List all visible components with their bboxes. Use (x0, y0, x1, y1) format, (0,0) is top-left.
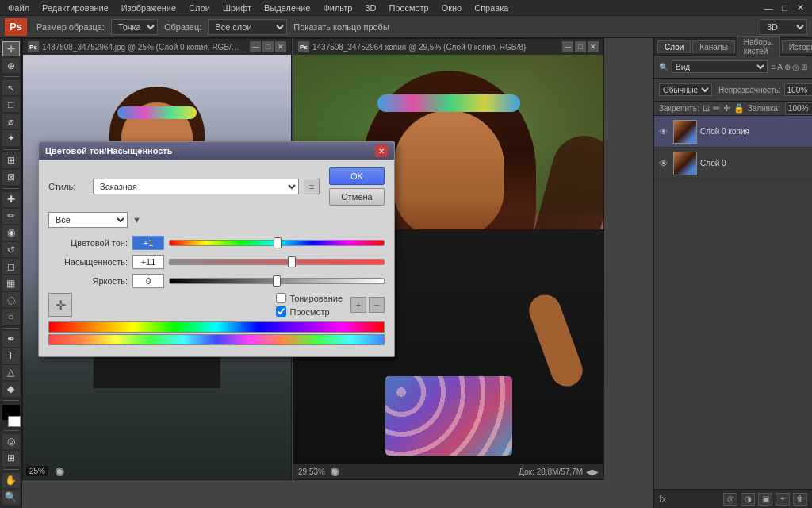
tab-history[interactable]: История (782, 40, 812, 53)
subtract-tool[interactable]: − (369, 297, 385, 313)
mode-3d-select[interactable]: 3D (760, 19, 807, 35)
menu-3d[interactable]: 3D (362, 3, 379, 13)
layer-item-0-copy[interactable]: 👁 Слой 0 копия (654, 116, 812, 148)
tool-eraser[interactable]: ◻ (2, 259, 20, 274)
sat-thumb[interactable] (288, 256, 296, 267)
menu-window[interactable]: Окно (439, 3, 465, 13)
hue-value[interactable] (132, 236, 164, 250)
tool-shape[interactable]: ◆ (2, 382, 20, 397)
light-value[interactable] (132, 274, 164, 288)
tool-magic-wand[interactable]: ✦ (2, 130, 20, 145)
lock-transparent-icon[interactable]: ⊡ (703, 103, 710, 114)
tool-text[interactable]: T (2, 348, 20, 364)
close-btn[interactable]: ✕ (794, 2, 807, 13)
add-mask-btn[interactable]: ◎ (723, 493, 737, 506)
tool-crop[interactable]: ⊞ (2, 152, 20, 167)
cancel-button[interactable]: Отмена (329, 188, 385, 206)
hue-saturation-dialog[interactable]: Цветовой тон/Насыщенность ✕ Стиль: Заказ… (38, 141, 395, 357)
layers-footer: fx ◎ ◑ ▣ + 🗑 (654, 489, 812, 508)
menu-layers[interactable]: Слои (186, 3, 213, 13)
menu-edit[interactable]: Редактирование (39, 3, 112, 13)
doc-right-nav[interactable]: ◀▶ (586, 468, 599, 476)
add-group-btn[interactable]: ▣ (758, 493, 772, 506)
doc-left-maximize[interactable]: □ (262, 41, 274, 52)
minimize-btn[interactable]: — (760, 3, 776, 13)
delete-layer-btn[interactable]: 🗑 (793, 493, 807, 506)
opacity-input[interactable] (784, 83, 812, 96)
menu-help[interactable]: Справка (471, 3, 511, 13)
menu-file[interactable]: Файл (5, 3, 33, 13)
lock-pixels-icon[interactable]: ✏ (713, 103, 720, 114)
style-select[interactable]: Заказная (93, 179, 299, 194)
tool-heal[interactable]: ✚ (2, 192, 20, 207)
add-adjustment-btn[interactable]: ◑ (741, 493, 755, 506)
colorize-checkbox[interactable] (276, 293, 286, 303)
doc-left-minimize[interactable]: — (250, 41, 261, 52)
light-thumb[interactable] (273, 275, 281, 287)
tool-slice[interactable]: ⊠ (2, 170, 20, 185)
maximize-btn[interactable]: □ (779, 3, 791, 13)
layer-0-visibility[interactable]: 👁 (657, 157, 670, 170)
icon-kind[interactable]: ≡ (771, 63, 776, 71)
tab-channels[interactable]: Каналы (692, 40, 735, 53)
size-select[interactable]: Точка (111, 19, 158, 35)
add-tool[interactable]: + (350, 297, 366, 313)
background-color[interactable] (8, 416, 21, 427)
doc-right-close[interactable]: ✕ (588, 41, 599, 52)
tool-dodge[interactable]: ○ (2, 309, 20, 324)
tool-marquee[interactable]: □ (2, 97, 20, 112)
sample-select[interactable]: Все слои (208, 19, 287, 35)
blend-mode-select[interactable]: Обычные (659, 83, 712, 96)
sat-value[interactable] (132, 255, 164, 269)
hue-thumb[interactable] (274, 237, 282, 248)
doc-right-maximize[interactable]: □ (575, 41, 586, 52)
doc-right-minimize[interactable]: — (562, 41, 573, 52)
menu-view[interactable]: Просмотр (385, 3, 431, 13)
icon-color[interactable]: A (777, 63, 783, 71)
tool-path[interactable]: △ (2, 365, 20, 380)
tool-pen[interactable]: ✒ (2, 331, 20, 346)
ok-button[interactable]: OK (329, 167, 385, 185)
eyedropper-tool[interactable]: ✛ (48, 293, 72, 317)
tool-move[interactable]: ↖ (2, 80, 20, 95)
tool-zoom[interactable]: 🔍 (2, 490, 20, 505)
tool-color-sampler[interactable]: ⊕ (2, 58, 20, 73)
tool-mask[interactable]: ◎ (2, 434, 20, 449)
layer-item-0[interactable]: 👁 Слой 0 (654, 148, 812, 179)
tab-layers[interactable]: Слои (657, 40, 691, 53)
lock-position-icon[interactable]: ✛ (723, 103, 730, 114)
layer-0-copy-visibility[interactable]: 👁 (657, 125, 670, 138)
hue-slider-track[interactable] (169, 238, 385, 248)
menu-filter[interactable]: Фильтр (320, 3, 355, 13)
channel-select[interactable]: Все Красные Жёлтые Зелёные Голубые Синие… (48, 212, 128, 228)
tool-brush[interactable]: ✏ (2, 209, 20, 224)
colorize-check[interactable]: Тонирование (276, 293, 343, 303)
tool-eyedropper[interactable]: ✛ (2, 41, 20, 56)
tool-gradient[interactable]: ▦ (2, 275, 20, 291)
doc-left-close[interactable]: ✕ (275, 41, 286, 52)
tool-screen[interactable]: ⊞ (2, 451, 20, 466)
toggle-filter[interactable]: ⊞ (801, 63, 807, 71)
menu-select[interactable]: Выделение (261, 3, 313, 13)
icon-type[interactable]: ⊕ (784, 63, 791, 71)
tab-brushes[interactable]: Наборы кистей (737, 36, 780, 57)
tool-history-brush[interactable]: ↺ (2, 242, 20, 257)
preview-checkbox[interactable] (276, 306, 286, 317)
tool-hand[interactable]: ✋ (2, 473, 20, 488)
menu-font[interactable]: Шрифт (220, 3, 255, 13)
tool-blur[interactable]: ◌ (2, 292, 20, 307)
lock-all-icon[interactable]: 🔒 (733, 103, 745, 114)
tool-stamp[interactable]: ◉ (2, 225, 20, 241)
add-layer-btn[interactable]: + (776, 493, 790, 506)
dialog-close-btn[interactable]: ✕ (375, 144, 388, 157)
sat-slider-track[interactable] (169, 257, 385, 267)
fx-btn[interactable]: fx (659, 494, 666, 505)
preset-btn[interactable]: ≡ (304, 179, 320, 194)
layer-filter-select[interactable]: Вид (672, 60, 768, 73)
icon-layer-select[interactable]: ◎ (792, 63, 799, 71)
light-slider-track[interactable] (169, 276, 385, 286)
tool-lasso[interactable]: ⌀ (2, 114, 20, 129)
fill-input[interactable] (785, 102, 812, 115)
menu-image[interactable]: Изображение (118, 3, 179, 13)
preview-check[interactable]: Просмотр (276, 306, 343, 317)
